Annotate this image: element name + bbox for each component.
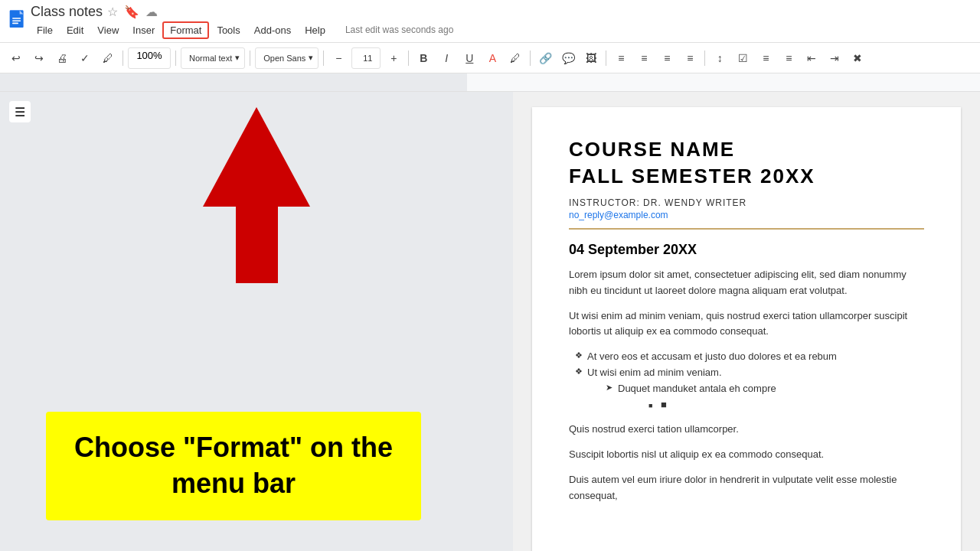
menu-view[interactable]: View bbox=[91, 23, 125, 37]
sidebar-toggle-button[interactable]: ☰ bbox=[9, 101, 31, 122]
bullet-list-button[interactable]: ≡ bbox=[756, 48, 776, 68]
style-dropdown[interactable]: Normal text ▾ bbox=[181, 47, 245, 69]
menu-help[interactable]: Help bbox=[299, 23, 332, 37]
svg-rect-2 bbox=[12, 18, 21, 19]
cloud-icon[interactable]: ☁ bbox=[145, 5, 158, 19]
text-color-button[interactable]: A bbox=[482, 48, 502, 68]
toolbar-sep-8 bbox=[704, 51, 705, 66]
sub-sub-list-item-1: ■ bbox=[648, 397, 924, 413]
paragraph-2: Ut wisi enim ad minim veniam, quis nostr… bbox=[569, 308, 924, 341]
main-content: ☰ Choose "Format" on the menu bar COURSE… bbox=[0, 92, 980, 551]
toolbar-sep-4 bbox=[323, 51, 324, 66]
instructor-text: INSTRUCTOR: DR. WENDY WRITER bbox=[569, 197, 924, 208]
date-heading: 04 September 20XX bbox=[569, 242, 924, 258]
star-icon[interactable]: ☆ bbox=[107, 5, 118, 19]
font-size-field[interactable]: 11 bbox=[351, 47, 381, 69]
course-name-heading: COURSE NAME bbox=[569, 138, 924, 161]
align-left-button[interactable]: ≡ bbox=[611, 48, 631, 68]
document-page: COURSE NAME FALL SEMESTER 20XX INSTRUCTO… bbox=[532, 107, 961, 551]
list-item-1: At vero eos et accusam et justo duo dolo… bbox=[575, 349, 924, 365]
align-justify-button[interactable]: ≡ bbox=[680, 48, 700, 68]
paragraph-1: Lorem ipsum dolor sit amet, consectetuer… bbox=[569, 267, 924, 299]
italic-button[interactable]: I bbox=[436, 48, 456, 68]
font-dropdown-arrow: ▾ bbox=[309, 53, 313, 63]
toolbar-sep-1 bbox=[122, 51, 123, 66]
ruler: 1 2 3 4 5 bbox=[0, 73, 980, 92]
ruler-left bbox=[0, 73, 467, 92]
numbered-list-button[interactable]: ≡ bbox=[779, 48, 799, 68]
style-dropdown-arrow: ▾ bbox=[235, 53, 240, 63]
font-size-increase-button[interactable]: + bbox=[384, 48, 403, 68]
paragraph-5: Duis autem vel eum iriure dolor in hendr… bbox=[569, 472, 924, 504]
spellcheck-button[interactable]: ✓ bbox=[75, 48, 95, 68]
instruction-text: Choose "Format" on the menu bar bbox=[61, 430, 406, 502]
doc-title[interactable]: Class notes bbox=[31, 4, 103, 20]
bold-button[interactable]: B bbox=[413, 48, 433, 68]
last-edit-status: Last edit was seconds ago bbox=[345, 24, 453, 35]
sub-list: Duquet manduket antala eh compre ■ bbox=[587, 381, 924, 413]
menu-format[interactable]: Format bbox=[162, 21, 209, 39]
decrease-indent-button[interactable]: ⇤ bbox=[802, 48, 822, 68]
font-size-decrease-button[interactable]: − bbox=[328, 48, 348, 68]
title-icons: ☆ 🔖 ☁ bbox=[107, 5, 158, 19]
paragraph-4: Suscipit lobortis nisl ut aliquip ex ea … bbox=[569, 447, 924, 463]
sub-sub-list: ■ bbox=[618, 397, 924, 413]
list-item-2-text: Ut wisi enim ad minim veniam. bbox=[587, 367, 722, 378]
svg-rect-4 bbox=[12, 22, 18, 24]
sub-list-item-1: Duquet manduket antala eh compre ■ bbox=[606, 381, 924, 413]
semester-heading: FALL SEMESTER 20XX bbox=[569, 165, 924, 188]
undo-button[interactable]: ↩ bbox=[6, 48, 26, 68]
doc-title-row: Class notes ☆ 🔖 ☁ bbox=[31, 4, 453, 20]
bullet-list: At vero eos et accusam et justo duo dolo… bbox=[569, 349, 924, 412]
toolbar-sep-6 bbox=[530, 51, 531, 66]
right-panel[interactable]: COURSE NAME FALL SEMESTER 20XX INSTRUCTO… bbox=[513, 92, 980, 551]
menu-edit[interactable]: Edit bbox=[60, 23, 90, 37]
zoom-dropdown[interactable]: 100% bbox=[128, 47, 171, 69]
arrow-shaft-icon bbox=[236, 207, 278, 283]
docs-logo-icon bbox=[6, 9, 31, 34]
font-dropdown[interactable]: Open Sans ▾ bbox=[255, 47, 318, 69]
image-button[interactable]: 🖼 bbox=[581, 48, 601, 68]
font-size-value: 11 bbox=[363, 54, 372, 63]
toolbar-sep-2 bbox=[175, 51, 176, 66]
align-right-button[interactable]: ≡ bbox=[657, 48, 677, 68]
print-button[interactable]: 🖨 bbox=[52, 48, 72, 68]
redo-button[interactable]: ↪ bbox=[29, 48, 49, 68]
list-item-2: Ut wisi enim ad minim veniam. Duquet man… bbox=[575, 365, 924, 412]
line-spacing-button[interactable]: ↕ bbox=[710, 48, 730, 68]
toolbar-sep-5 bbox=[408, 51, 409, 66]
title-bar: Class notes ☆ 🔖 ☁ File Edit View Inser F… bbox=[0, 0, 980, 43]
left-panel: ☰ Choose "Format" on the menu bar bbox=[0, 92, 513, 551]
instruction-arrow bbox=[203, 107, 310, 283]
font-dropdown-label: Open Sans bbox=[263, 54, 305, 63]
email-text: no_reply@example.com bbox=[569, 210, 924, 220]
align-center-button[interactable]: ≡ bbox=[634, 48, 654, 68]
menu-bar: File Edit View Inser Format Tools Add-on… bbox=[31, 21, 453, 39]
menu-tools[interactable]: Tools bbox=[211, 23, 246, 37]
sub-sub-bullet-symbol: ■ bbox=[661, 399, 667, 410]
toolbar-sep-7 bbox=[606, 51, 606, 66]
checklist-button[interactable]: ☑ bbox=[733, 48, 753, 68]
bookmark-icon[interactable]: 🔖 bbox=[124, 5, 139, 19]
paint-format-button[interactable]: 🖊 bbox=[98, 48, 118, 68]
toolbar: ↩ ↪ 🖨 ✓ 🖊 100% Normal text ▾ Open Sans ▾… bbox=[0, 43, 980, 73]
toolbar-sep-3 bbox=[250, 51, 250, 66]
doc-title-area: Class notes ☆ 🔖 ☁ File Edit View Inser F… bbox=[31, 4, 453, 39]
menu-addons[interactable]: Add-ons bbox=[248, 23, 297, 37]
section-divider bbox=[569, 228, 924, 230]
menu-insert[interactable]: Inser bbox=[126, 23, 161, 37]
comment-button[interactable]: 💬 bbox=[558, 48, 578, 68]
increase-indent-button[interactable]: ⇥ bbox=[825, 48, 844, 68]
arrow-up-icon bbox=[203, 107, 310, 207]
highlight-button[interactable]: 🖊 bbox=[505, 48, 525, 68]
instruction-box: Choose "Format" on the menu bar bbox=[46, 412, 421, 520]
clear-formatting-button[interactable]: ✖ bbox=[848, 48, 867, 68]
underline-button[interactable]: U bbox=[459, 48, 479, 68]
sub-list-item-1-text: Duquet manduket antala eh compre bbox=[618, 383, 776, 394]
link-button[interactable]: 🔗 bbox=[535, 48, 555, 68]
svg-rect-3 bbox=[12, 20, 21, 21]
paragraph-3: Quis nostrud exerci tation ullamcorper. bbox=[569, 422, 924, 438]
menu-file[interactable]: File bbox=[31, 23, 59, 37]
style-dropdown-label: Normal text bbox=[189, 54, 232, 63]
